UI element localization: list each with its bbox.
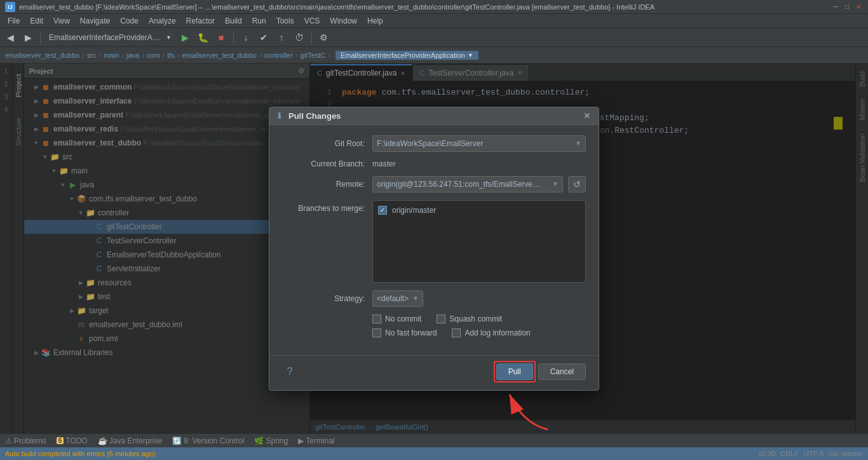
back-button[interactable]: ◀ — [3, 30, 18, 45]
debug-button[interactable]: 🐛 — [196, 30, 211, 45]
breadcrumb-item-1[interactable]: emallserver_test_dubbo — [5, 51, 79, 59]
bottom-tab-version-control[interactable]: 🔃 9: Version Control — [172, 436, 244, 445]
pull-button-wrapper: Pull — [496, 363, 533, 380]
breadcrumb-sep: › — [81, 51, 86, 59]
toolbar-sep3 — [311, 31, 312, 44]
menu-item-analyze[interactable]: Analyze — [144, 15, 181, 27]
status-right: 10:30 CRLF UTF-8 Git: master — [758, 450, 863, 457]
refresh-remote-button[interactable]: ↺ — [568, 176, 586, 193]
add-log-label: Add log information — [465, 328, 530, 337]
options-row-2: No fast forward Add log information — [282, 328, 586, 337]
status-charset[interactable]: UTF-8 — [804, 450, 824, 457]
git-commit-button[interactable]: ✔ — [256, 30, 271, 45]
add-log-checkbox-box[interactable] — [452, 328, 461, 337]
cancel-button[interactable]: Cancel — [538, 363, 586, 380]
minimize-button[interactable]: ─ — [831, 3, 840, 11]
menu-item-run[interactable]: Run — [247, 15, 271, 27]
breadcrumb-item-8[interactable]: controller — [264, 51, 293, 59]
breadcrumb-item-7[interactable]: emallserver_test_dubbo — [182, 51, 257, 59]
main-area: 1 2 3 4 Project Structure Project ⚙ ▶ ◼ … — [0, 64, 868, 433]
toolbar: ◀ ▶ EmallserverInterfaceProviderApplicat… — [0, 28, 868, 47]
git-root-select[interactable]: F:\ideaWorkSpace\EmallServer ▼ — [372, 135, 586, 152]
breadcrumb-item-2[interactable]: src — [87, 51, 97, 59]
bottom-tab-spring[interactable]: 🌿 Spring — [254, 436, 288, 445]
bottom-tab-todo[interactable]: 6 TODO — [57, 436, 88, 445]
terminal-label: Terminal — [306, 436, 334, 445]
window-controls[interactable]: ─ □ ✕ — [831, 3, 863, 11]
git-history-button[interactable]: ⏱ — [292, 30, 307, 45]
menu-item-vcs[interactable]: VCS — [299, 15, 325, 27]
settings-button[interactable]: ⚙ — [316, 30, 332, 45]
git-update-button[interactable]: ↓ — [238, 30, 254, 45]
menu-item-code[interactable]: Code — [115, 15, 144, 27]
bottom-tabs-bar: ⚠ Problems 6 TODO ☕ Java Enterprise 🔃 9:… — [0, 433, 868, 447]
run-config-breadcrumb[interactable]: EmallserverInterfaceProviderApplication … — [336, 51, 478, 60]
dialog-body: Git Root: F:\ideaWorkSpace\EmallServer ▼… — [269, 125, 599, 355]
dialog-close-button[interactable]: ✕ — [582, 111, 592, 121]
dialog-buttons: ? Pull Cancel — [269, 355, 599, 390]
no-fast-forward-checkbox-box[interactable] — [372, 328, 381, 337]
menu-item-window[interactable]: Window — [325, 15, 362, 27]
no-commit-checkbox[interactable]: No commit — [372, 315, 421, 323]
menu-item-refactor[interactable]: Refactor — [181, 15, 220, 27]
pull-dialog: ⬇ Pull Changes ✕ Git Root: F:\ideaWorkSp… — [269, 107, 599, 391]
branch-checkbox-origin-master[interactable] — [378, 206, 387, 215]
menu-item-build[interactable]: Build — [220, 15, 247, 27]
menu-item-edit[interactable]: Edit — [25, 15, 48, 27]
menu-item-file[interactable]: File — [3, 15, 25, 27]
pull-button[interactable]: Pull — [496, 363, 533, 380]
bottom-tab-java-enterprise[interactable]: ☕ Java Enterprise — [98, 436, 162, 445]
close-button[interactable]: ✕ — [854, 3, 863, 11]
forward-button[interactable]: ▶ — [20, 30, 36, 45]
strategy-select[interactable]: <default> ▼ — [372, 290, 423, 307]
branch-item-origin-master[interactable]: origin/master — [373, 203, 585, 217]
menu-item-navigate[interactable]: Navigate — [75, 15, 115, 27]
status-crlf[interactable]: CRLF — [780, 450, 799, 457]
current-branch-label: Current Branch: — [282, 159, 365, 168]
toolbar-sep2 — [233, 31, 234, 44]
stop-button[interactable]: ■ — [214, 30, 229, 45]
menu-item-view[interactable]: View — [48, 15, 75, 27]
breadcrumb-item-3[interactable]: main — [104, 51, 119, 59]
menu-bar: FileEditViewNavigateCodeAnalyzeRefactorB… — [0, 14, 868, 28]
menu-item-tools[interactable]: Tools — [271, 15, 299, 27]
spring-icon: 🌿 — [254, 436, 264, 445]
breadcrumb-item-6[interactable]: tfs — [167, 51, 175, 59]
status-git[interactable]: Git: master — [829, 450, 863, 457]
run-config-dropdown[interactable]: EmallserverInterfaceProviderApplication … — [45, 30, 175, 45]
run-button[interactable]: ▶ — [178, 30, 193, 45]
no-commit-checkbox-box[interactable] — [372, 315, 381, 323]
remote-select[interactable]: origin(git@123.56.247.51:com_tfs/EmallSe… — [372, 176, 563, 193]
squash-commit-checkbox[interactable]: Squash commit — [437, 315, 502, 323]
bottom-tab-problems[interactable]: ⚠ Problems — [5, 436, 46, 445]
java-enterprise-label: Java Enterprise — [109, 436, 162, 445]
version-control-icon: 🔃 — [172, 436, 182, 445]
squash-commit-label: Squash commit — [449, 315, 502, 323]
squash-commit-checkbox-box[interactable] — [437, 315, 445, 323]
git-root-row: Git Root: F:\ideaWorkSpace\EmallServer ▼ — [282, 135, 586, 152]
toolbar-separator — [40, 31, 41, 44]
app-icon: IJ — [5, 2, 15, 12]
add-log-checkbox[interactable]: Add log information — [452, 328, 530, 337]
dialog-title: Pull Changes — [288, 111, 577, 121]
remote-input-row: origin(git@123.56.247.51:com_tfs/EmallSe… — [372, 176, 586, 193]
arrow-annotation — [497, 385, 560, 438]
branches-list[interactable]: origin/master — [372, 200, 586, 283]
breadcrumb-item-5[interactable]: com — [147, 51, 160, 59]
bottom-tab-terminal[interactable]: ▶ Terminal — [298, 436, 334, 445]
remote-row: Remote: origin(git@123.56.247.51:com_tfs… — [282, 176, 586, 193]
breadcrumb-item-4[interactable]: java — [126, 51, 139, 59]
help-button[interactable]: ? — [282, 364, 297, 379]
breadcrumb-item-9[interactable]: gitTestC — [301, 51, 326, 59]
run-config-breadcrumb-arrow: ▼ — [468, 52, 473, 58]
problems-label: Problems — [14, 436, 46, 445]
modal-overlay: ⬇ Pull Changes ✕ Git Root: F:\ideaWorkSp… — [0, 64, 868, 433]
current-branch-value: master — [372, 159, 586, 168]
todo-icon: 6 — [57, 437, 64, 444]
no-fast-forward-checkbox[interactable]: No fast forward — [372, 328, 437, 337]
menu-item-help[interactable]: Help — [362, 15, 388, 27]
branches-label: Branches to merge: — [282, 200, 365, 213]
run-config-label: EmallserverInterfaceProviderApplication — [49, 33, 163, 42]
maximize-button[interactable]: □ — [843, 3, 851, 11]
git-push-button[interactable]: ↑ — [274, 30, 289, 45]
